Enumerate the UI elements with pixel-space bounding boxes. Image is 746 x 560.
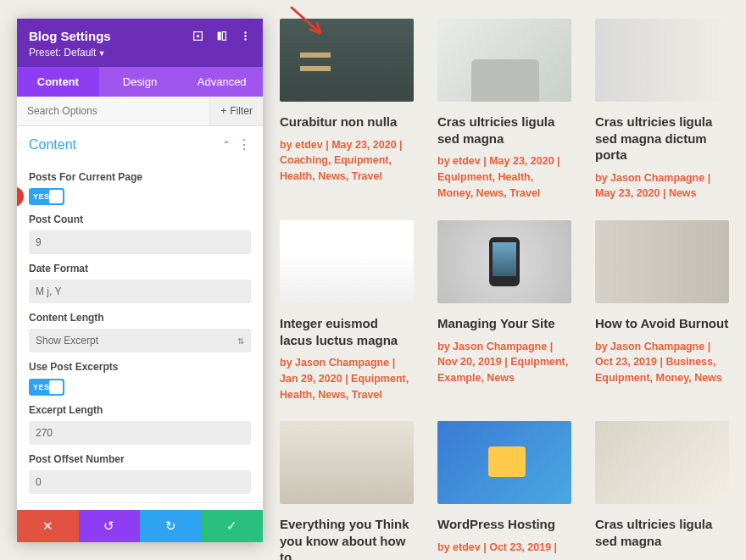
- blog-card[interactable]: How to Avoid Burnoutby Jason Champagne |…: [595, 220, 729, 402]
- excerpt-length-label: Excerpt Length: [29, 404, 251, 416]
- card-thumbnail: [595, 220, 729, 303]
- toggle-text: YES: [33, 383, 50, 391]
- blog-card[interactable]: Everything you Think you know about how …: [280, 421, 414, 560]
- divider: [17, 502, 263, 503]
- search-input[interactable]: [17, 97, 209, 125]
- callout-badge: 1: [17, 186, 24, 207]
- svg-point-6: [244, 38, 246, 40]
- undo-icon: ↺: [103, 518, 114, 534]
- section-content-title: Content: [29, 137, 222, 152]
- cancel-button[interactable]: ✕: [17, 510, 79, 542]
- blog-card[interactable]: Managing Your Siteby Jason Champagne | N…: [437, 220, 571, 402]
- card-thumbnail: [437, 220, 571, 303]
- close-icon: ✕: [42, 518, 53, 534]
- toggle-knob: [49, 190, 63, 203]
- check-icon: ✓: [226, 518, 237, 534]
- blog-card[interactable]: WordPress Hostingby etdev | Oct 23, 2019…: [437, 421, 571, 560]
- svg-rect-2: [217, 32, 220, 41]
- blog-card[interactable]: Integer euismod lacus luctus magnaby Jas…: [280, 220, 414, 402]
- blog-card[interactable]: Curabitur non nullaby etdev | May 23, 20…: [280, 19, 414, 202]
- tab-advanced[interactable]: Advanced: [181, 67, 263, 97]
- chevron-down-icon: ▼: [97, 49, 105, 58]
- svg-point-4: [244, 31, 246, 33]
- tab-content[interactable]: Content: [17, 67, 99, 97]
- tab-design[interactable]: Design: [99, 67, 181, 97]
- card-title: WordPress Hosting: [437, 516, 571, 533]
- preset-selector[interactable]: Preset: Default▼: [29, 47, 251, 58]
- toggle-text: YES: [33, 192, 50, 201]
- filter-button[interactable]: +Filter: [209, 97, 263, 125]
- content-length-select[interactable]: Show Excerpt: [29, 329, 251, 352]
- posts-current-page-toggle[interactable]: YES: [29, 188, 64, 205]
- preset-label: Preset: Default: [29, 47, 96, 58]
- card-thumbnail: [595, 19, 729, 102]
- card-title: Cras ultricies ligula sed magna dictum p…: [595, 114, 729, 164]
- blog-grid: Curabitur non nullaby etdev | May 23, 20…: [280, 19, 729, 560]
- card-meta: by etdev | Oct 23, 2019 |: [437, 540, 571, 556]
- card-thumbnail: [437, 421, 571, 504]
- redo-button[interactable]: ↻: [140, 510, 202, 542]
- save-button[interactable]: ✓: [202, 510, 264, 542]
- post-offset-label: Post Offset Number: [29, 453, 251, 465]
- use-post-excerpts-label: Use Post Excerpts: [29, 361, 251, 373]
- section-content-header[interactable]: Content ⌃ ⋮: [17, 126, 263, 163]
- post-count-label: Post Count: [29, 213, 251, 225]
- svg-point-5: [244, 35, 246, 36]
- card-thumbnail: [280, 421, 414, 504]
- blog-card[interactable]: Cras ultricies ligula sed magna dictum p…: [595, 19, 729, 202]
- content-length-label: Content Length: [29, 312, 251, 324]
- card-title: Curabitur non nulla: [280, 114, 414, 130]
- date-format-input[interactable]: [29, 280, 251, 303]
- chevron-up-icon: ⌃: [222, 139, 231, 151]
- card-meta: by etdev | May 23, 2020 | Coaching, Equi…: [280, 137, 414, 185]
- filter-label: Filter: [230, 105, 253, 117]
- blog-card[interactable]: Cras ultricies ligula sed magnaby etdev …: [437, 19, 571, 202]
- date-format-label: Date Format: [29, 263, 251, 274]
- blog-card[interactable]: Cras ultricies ligula sed magna: [595, 421, 729, 560]
- post-count-input[interactable]: [29, 230, 251, 254]
- panel-footer: ✕ ↺ ↻ ✓: [17, 510, 263, 542]
- more-icon[interactable]: [239, 30, 251, 42]
- card-title: Everything you Think you know about how …: [280, 516, 414, 560]
- post-offset-input[interactable]: [29, 470, 251, 494]
- plus-icon: +: [220, 105, 226, 117]
- card-title: Cras ultricies ligula sed magna: [595, 516, 729, 549]
- undo-button[interactable]: ↺: [79, 510, 141, 542]
- card-thumbnail: [280, 19, 414, 102]
- section-content-body: Posts For Current Page 1 YES Post Count …: [17, 171, 263, 508]
- section-more-icon[interactable]: ⋮: [237, 136, 251, 152]
- expand-icon[interactable]: [215, 30, 227, 42]
- panel-body: Content ⌃ ⋮ Posts For Current Page 1 YES…: [17, 126, 263, 510]
- svg-rect-3: [222, 32, 225, 41]
- focus-icon[interactable]: [192, 30, 203, 42]
- panel-title: Blog Settings: [29, 29, 192, 43]
- card-meta: by Jason Champagne | Jan 29, 2020 | Equi…: [280, 355, 414, 402]
- card-thumbnail: [280, 220, 414, 303]
- blog-settings-panel: Blog Settings Preset: Default▼ Content D…: [17, 19, 263, 542]
- card-meta: by Jason Champagne | May 23, 2020 | News: [595, 170, 729, 202]
- card-meta: by Jason Champagne | Oct 23, 2019 | Busi…: [595, 339, 729, 386]
- settings-tabs: Content Design Advanced: [17, 67, 263, 97]
- card-meta: by Jason Champagne | Nov 20, 2019 | Equi…: [437, 339, 571, 386]
- excerpt-length-input[interactable]: [29, 421, 251, 445]
- card-thumbnail: [595, 421, 729, 504]
- card-meta: by etdev | May 23, 2020 | Equipment, Hea…: [437, 153, 571, 201]
- redo-icon: ↻: [165, 518, 176, 534]
- card-title: How to Avoid Burnout: [595, 315, 729, 332]
- panel-header: Blog Settings Preset: Default▼: [17, 19, 263, 67]
- card-title: Integer euismod lacus luctus magna: [280, 315, 414, 348]
- svg-point-1: [196, 35, 198, 37]
- card-thumbnail: [437, 19, 571, 102]
- card-title: Managing Your Site: [437, 315, 571, 332]
- card-title: Cras ultricies ligula sed magna: [437, 114, 571, 147]
- toggle-knob: [49, 380, 63, 394]
- use-post-excerpts-toggle[interactable]: YES: [29, 379, 64, 396]
- posts-current-page-label: Posts For Current Page: [29, 171, 251, 183]
- search-row: +Filter: [17, 97, 263, 126]
